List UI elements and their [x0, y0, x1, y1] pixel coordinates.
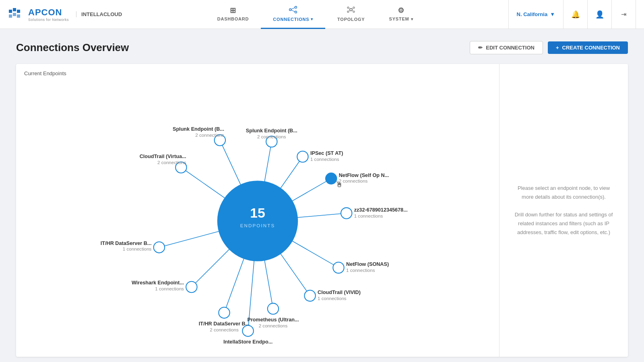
endpoint-circle-ithr1[interactable] — [154, 242, 165, 253]
nav-bar: ⊞ DASHBOARD CONNECTIONS ▾ — [122, 0, 508, 29]
svg-rect-4 — [9, 14, 12, 18]
plus-icon: + — [556, 45, 559, 51]
connections-dropdown-icon: ▾ — [311, 17, 313, 21]
page-header: Connections Overview ✏ EDIT CONNECTION +… — [16, 41, 628, 54]
svg-point-12 — [350, 8, 352, 11]
nav-connections[interactable]: CONNECTIONS ▾ — [261, 0, 325, 29]
svg-point-14 — [353, 7, 355, 8]
svg-point-7 — [289, 8, 291, 10]
endpoint-count-wireshark: 1 connections — [155, 286, 184, 291]
endpoint-node-ipsec[interactable]: IPSec (ST AT)1 connections — [297, 150, 343, 162]
endpoint-circle-ithr2[interactable] — [219, 307, 229, 318]
logout-icon: ⇥ — [621, 10, 626, 18]
endpoint-count-prometheus: 2 connections — [259, 323, 288, 328]
endpoint-count-ithr1: 1 connections — [123, 246, 152, 251]
sidebar-panel: Please select an endpoint node, to view … — [499, 64, 628, 357]
endpoint-node-netflow2[interactable]: NetFlow (SONAS)1 connections — [333, 261, 389, 273]
endpoint-count-cloudtrail2: 1 connections — [318, 296, 347, 301]
endpoint-node-cloudtrail2[interactable]: CloudTrail (VIVID)1 connections — [304, 290, 361, 301]
endpoint-circle-netflow2[interactable] — [333, 262, 344, 273]
nav-system[interactable]: ⚙ SYSTEM ▾ — [377, 0, 425, 29]
endpoint-circle-wireshark[interactable] — [186, 282, 197, 292]
endpoint-label-intellastore: IntellaStore Endpo... — [223, 339, 272, 345]
svg-point-13 — [347, 7, 349, 8]
center-node[interactable] — [217, 181, 298, 261]
endpoint-node-splunk1[interactable]: Splunk Endpoint (B...2 connections — [173, 126, 225, 146]
endpoint-label-netflow2: NetFlow (SONAS) — [346, 261, 389, 267]
endpoint-count-ithr2: 2 connections — [210, 327, 239, 332]
endpoint-node-zz32[interactable]: zz32-6789012345678...1 connections — [341, 207, 408, 219]
svg-point-9 — [295, 11, 297, 13]
header: APCON Solutions for Networks INTELLACLOU… — [0, 0, 644, 29]
nav-dashboard[interactable]: ⊞ DASHBOARD — [205, 0, 261, 29]
endpoint-label-zz32: zz32-6789012345678... — [354, 207, 408, 213]
endpoint-circle-zz32[interactable] — [341, 208, 352, 218]
current-endpoints-label: Current Endpoints — [24, 70, 66, 76]
endpoint-count-splunk1: 2 connections — [195, 132, 224, 138]
svg-rect-6 — [17, 14, 20, 18]
apcon-logo-icon — [8, 6, 24, 23]
svg-line-20 — [352, 10, 353, 11]
endpoint-label-ithr1: IT/HR DataServer B... — [101, 241, 152, 246]
endpoint-count-cloudtrail: 2 connections — [157, 160, 186, 165]
sidebar-hint: Please select an endpoint node, to view … — [512, 184, 616, 237]
create-connection-button[interactable]: + CREATE CONNECTION — [548, 41, 628, 54]
svg-point-16 — [353, 11, 355, 12]
endpoint-node-splunk2[interactable]: Splunk Endpoint (B...2 connections — [246, 128, 297, 147]
header-right: N. California ▼ 🔔 👤 ⇥ — [508, 0, 636, 29]
page-actions: ✏ EDIT CONNECTION + CREATE CONNECTION — [470, 41, 628, 54]
nav-dashboard-label: DASHBOARD — [217, 16, 249, 21]
endpoint-circle-intellastore[interactable] — [242, 325, 253, 336]
logo-intellacloud: INTELLACLOUD — [76, 11, 122, 17]
endpoint-count-ipsec: 1 connections — [310, 156, 339, 162]
endpoint-label-cloudtrail2: CloudTrail (VIVID) — [318, 290, 361, 295]
endpoint-label-ithr2: IT/HR DataServer B... — [199, 321, 250, 327]
edit-connection-button[interactable]: ✏ EDIT CONNECTION — [470, 41, 543, 54]
logo-text: APCON Solutions for Networks — [28, 7, 69, 22]
svg-line-11 — [291, 10, 295, 12]
svg-line-17 — [349, 8, 350, 9]
svg-rect-2 — [13, 8, 16, 11]
endpoint-label-wireshark: Wireshark Endpoint... — [132, 280, 184, 286]
main-panel: Current Endpoints 15 ENDPOINTS CloudTrai… — [16, 64, 628, 357]
logout-button[interactable]: ⇥ — [612, 0, 636, 29]
endpoint-label-prometheus: Prometheus (Ultran... — [247, 317, 299, 323]
endpoint-node-ithr1[interactable]: IT/HR DataServer B...1 connections — [101, 241, 165, 253]
endpoint-count-netflow2: 1 connections — [346, 267, 375, 273]
edit-icon: ✏ — [478, 45, 483, 51]
system-dropdown-icon: ▾ — [411, 17, 413, 21]
endpoint-node-wireshark[interactable]: Wireshark Endpoint...1 connections — [132, 280, 197, 292]
user-icon: 👤 — [595, 10, 604, 19]
endpoint-node-cloudtrail[interactable]: CloudTrail (Virtua...2 connections — [140, 154, 187, 173]
nav-connections-label: CONNECTIONS — [273, 17, 309, 22]
endpoint-circle-ipsec[interactable] — [297, 151, 308, 162]
center-label: ENDPOINTS — [240, 223, 275, 228]
user-button[interactable]: 👤 — [588, 0, 612, 29]
logo-area: APCON Solutions for Networks INTELLACLOU… — [8, 6, 122, 23]
svg-line-10 — [291, 8, 295, 9]
nav-topology[interactable]: TOPOLOGY — [325, 0, 377, 29]
endpoint-count-netflow1: 2 connections — [339, 178, 368, 183]
region-selector[interactable]: N. California ▼ — [509, 0, 564, 29]
svg-rect-3 — [17, 10, 20, 13]
svg-point-8 — [295, 6, 297, 8]
svg-line-18 — [352, 8, 353, 9]
nav-system-label: SYSTEM — [389, 16, 409, 21]
endpoints-graph[interactable]: 15 ENDPOINTS CloudTrail (Virtua...2 conn… — [16, 64, 499, 357]
endpoint-circle-prometheus[interactable] — [268, 303, 279, 314]
notification-button[interactable]: 🔔 — [564, 0, 588, 29]
dashboard-icon: ⊞ — [230, 6, 236, 15]
endpoint-node-netflow1[interactable]: 🖱NetFlow (Self Op N...2 connections — [326, 173, 389, 189]
endpoint-label-netflow1: NetFlow (Self Op N... — [339, 173, 389, 178]
endpoint-node-ithr2[interactable]: IT/HR DataServer B...2 connections — [199, 307, 250, 332]
region-label: N. California — [517, 11, 548, 17]
page-title: Connections Overview — [16, 41, 129, 54]
endpoint-node-prometheus[interactable]: Prometheus (Ultran...2 connections — [247, 303, 299, 328]
svg-line-19 — [349, 10, 350, 11]
endpoint-count-splunk2: 2 connections — [257, 134, 286, 139]
endpoint-circle-cloudtrail2[interactable] — [304, 290, 315, 301]
connections-icon — [289, 6, 297, 15]
svg-point-15 — [347, 11, 349, 12]
endpoint-count-zz32: 1 connections — [354, 213, 383, 218]
logo-brand: APCON — [28, 7, 69, 18]
